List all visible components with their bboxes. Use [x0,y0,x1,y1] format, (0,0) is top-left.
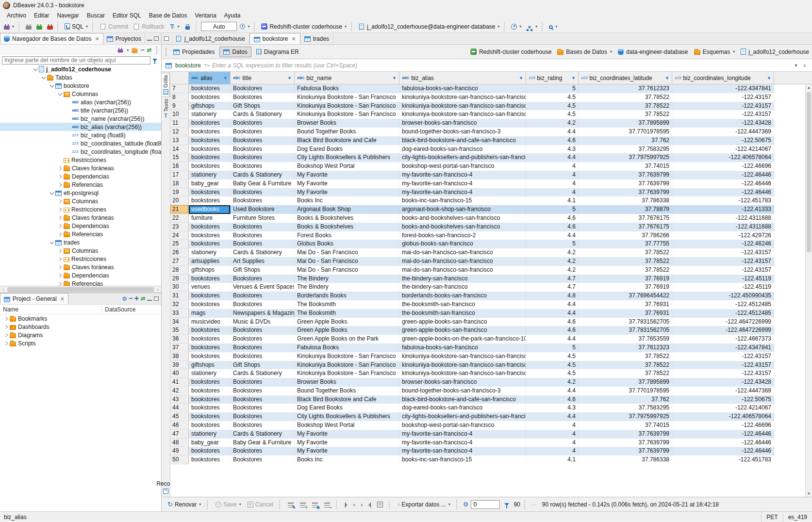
cell-title[interactable]: Bookstores [231,240,295,248]
cell-biz-coordinates-longitude[interactable]: -122.4647226999 [672,326,774,335]
cell-biz-coordinates-longitude[interactable]: -122.43157 [672,93,774,102]
cell-alias[interactable]: bookstores [189,412,231,421]
cell-biz-rating[interactable]: 4.3 [526,145,579,154]
row-number[interactable]: 47 [170,430,189,439]
cell-title[interactable]: Gift Shops [231,102,295,111]
project-item-dashboards[interactable]: Dashboards [0,323,161,331]
link-with-editor-icon[interactable]: ⇄ [147,47,151,53]
cell-biz-rating[interactable]: 4.2 [526,257,579,266]
cell-biz-rating[interactable]: 4.7 [526,283,579,292]
cell-biz-alias[interactable]: books-and-bookshelves-san-francisco [399,214,526,223]
tree-item-columnas[interactable]: Columnas [0,246,161,255]
cell-biz-alias[interactable]: mai-do-san-francisco-san-francisco [399,257,526,266]
cell-biz-coordinates-latitude[interactable]: 37.74015 [579,162,672,171]
cell-biz-alias[interactable]: green-apple-books-on-the-park-san-franci… [399,335,526,343]
chevron-right-icon[interactable] [57,173,64,180]
row-number[interactable]: 41 [170,378,189,387]
cell-biz-rating[interactable]: 4.4 [526,153,579,162]
cell-biz-coordinates-longitude[interactable]: -122.43157 [672,102,774,111]
cell-biz-name[interactable]: Bound Together Books [295,387,399,395]
cell-biz-name[interactable]: My Favorite [295,430,399,439]
cell-alias[interactable]: stationery [189,369,231,378]
cell-biz-rating[interactable]: 4 [526,188,579,197]
transaction-mode-button[interactable]: T▾ [167,21,181,32]
editor-tab-j-adolfo12-coderhouse[interactable]: j_adolfo12_coderhouse [171,33,249,44]
row-number[interactable]: 32 [170,300,189,309]
row-number[interactable]: 26 [170,248,189,257]
cell-biz-alias[interactable]: city-lights-booksellers-and-publishers-s… [399,412,526,421]
tab-database-navigator[interactable]: Navegador de Bases de Datos ✕ [0,33,103,44]
cell-biz-alias[interactable]: my-favorite-san-francisco-4 [399,439,526,447]
cell-biz-coordinates-longitude[interactable]: -122.50675 [672,395,774,404]
row-number[interactable]: 34 [170,318,189,326]
cell-biz-name[interactable]: Kinokuniya Bookstore - San Francisco [295,369,399,378]
row-number[interactable]: 30 [170,283,189,292]
cell-alias[interactable]: bookstores [189,378,231,387]
cell-biz-name[interactable]: City Lights Booksellers & Publishers [295,412,399,421]
menu-archivo[interactable]: Archivo [3,11,30,20]
chevron-right-icon[interactable] [57,272,64,279]
cell-biz-coordinates-longitude[interactable]: -122.46696 [672,421,774,430]
cell-biz-alias[interactable]: city-lights-booksellers-and-publishers-s… [399,153,526,162]
cell-alias[interactable]: bookstores [189,447,231,456]
network-config-button[interactable]: ▾ [524,21,539,32]
cell-biz-rating[interactable]: 4.5 [526,369,579,378]
rollback-button[interactable]: Rollback [131,21,166,32]
cell-alias[interactable]: bookstores [189,196,231,205]
cell-alias[interactable]: bookstores [189,456,231,464]
cell-alias[interactable]: bookstores [189,93,231,102]
tree-item-biz-name-varchar-256[interactable]: biz_name (varchar(256)) [0,114,161,123]
row-number[interactable]: 27 [170,257,189,266]
tab-projects[interactable]: Proyectos [103,33,145,44]
tree-item-claves-for-neas[interactable]: Claves foráneas [0,263,161,271]
grid-vscrollbar[interactable]: ▲ ▼ [805,84,812,497]
cell-title[interactable]: Art Supplies [231,257,295,266]
cell-biz-coordinates-latitude[interactable]: 37.7583295 [579,145,672,154]
overflow-indicator[interactable]: ··· [531,501,537,508]
cell-biz-coordinates-latitude[interactable]: 37.76931 [579,300,672,309]
cell-title[interactable]: Bookstores [231,292,295,300]
row-number[interactable]: 7 [170,84,189,93]
cell-biz-alias[interactable]: kinokuniya-bookstore-san-francisco-san-f… [399,369,526,378]
cell-biz-alias[interactable]: dog-eared-books-san-francisco [399,145,526,154]
cell-biz-coordinates-latitude[interactable]: 37.7895899 [579,378,672,387]
cell-biz-rating[interactable]: 4.1 [526,196,579,205]
row-number[interactable]: 12 [170,128,189,136]
cell-alias[interactable]: bookstores [189,395,231,404]
cell-biz-coordinates-latitude[interactable]: 37.77755 [579,240,672,248]
chevron-right-icon[interactable] [57,231,64,238]
menu-ventana[interactable]: Ventana [191,11,220,20]
cell-biz-name[interactable]: Browser Books [295,119,399,128]
cell-biz-coordinates-longitude[interactable]: -122.406578064 [672,412,774,421]
cell-alias[interactable]: bookstores [189,404,231,412]
chevron-down-icon[interactable] [49,82,55,89]
cell-biz-rating[interactable]: 4 [526,421,579,430]
cell-biz-name[interactable]: Globus Books [295,240,399,248]
cell-biz-name[interactable]: My Favorite [295,179,399,188]
tree-item-claves-for-neas[interactable]: Claves foráneas [0,213,161,222]
cell-title[interactable]: Bookstores [231,335,295,343]
cell-alias[interactable]: giftshops [189,361,231,370]
cell-biz-coordinates-longitude[interactable]: -122.46446 [672,439,774,447]
cell-biz-coordinates-longitude[interactable]: -122.43428 [672,119,774,128]
cell-biz-rating[interactable]: 4.8 [526,292,579,300]
row-number[interactable]: 31 [170,292,189,300]
connection-selector[interactable]: Redshift-cluster coderhouse▾ [259,21,348,32]
cell-title[interactable]: Cards & Stationery [231,171,295,179]
refresh-button[interactable]: ↻Renovar▾ [166,499,203,510]
cell-alias[interactable]: giftshops [189,266,231,275]
close-icon[interactable]: ✕ [95,36,99,42]
cell-title[interactable]: Cards & Stationery [231,248,295,257]
cell-biz-coordinates-longitude[interactable]: -122.4512485 [672,309,774,318]
cell-title[interactable]: Cards & Stationery [231,110,295,119]
row-number[interactable]: 44 [170,404,189,412]
last-row-button[interactable]: ›| [366,499,373,510]
commit-mode-combo[interactable]: Auto [201,22,237,31]
chevron-right-icon[interactable] [3,324,10,330]
scroll-right-icon[interactable]: › [154,287,161,292]
cell-title[interactable]: Bookstores [231,136,295,145]
cell-biz-name[interactable]: Kinokuniya Bookstore - San Francisco [295,352,399,361]
cell-alias[interactable]: bookstores [189,275,231,283]
cell-biz-coordinates-longitude[interactable]: -122.45119 [672,275,774,283]
chevron-down-icon[interactable]: ▾ [610,49,612,54]
